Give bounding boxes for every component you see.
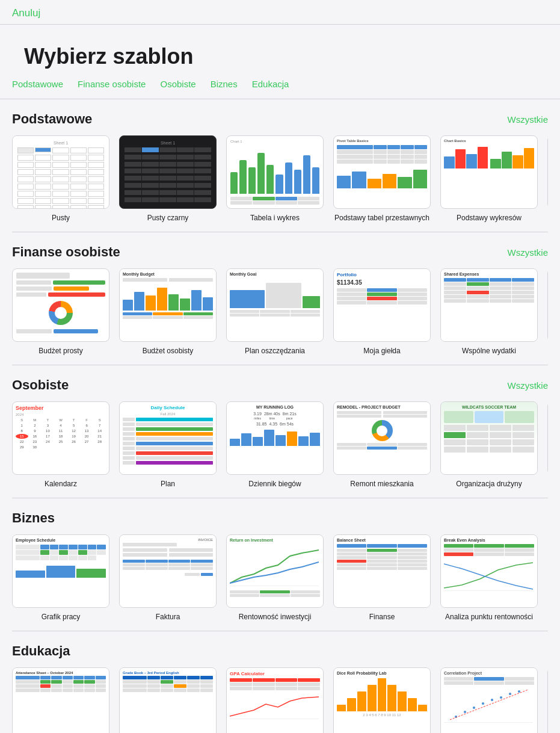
template-dice[interactable]: Dice Roll Probability Lab 2 3 4 5 6 7 8 … — [333, 667, 431, 733]
cal-d-28: 28 — [93, 439, 106, 444]
budget-fill-3 — [48, 292, 105, 297]
running-preview: MY RUNNING LOG 3.19miles 28m 40stime 8m … — [227, 402, 323, 474]
eg-19 — [50, 555, 59, 560]
cb-bars2 — [490, 144, 534, 169]
template-pusty[interactable]: Sheet 1 Pusty — [12, 135, 109, 222]
template-budzet-osobisty[interactable]: Monthly Budget — [119, 268, 217, 355]
corr-grid — [444, 677, 534, 685]
all-link-finanse[interactable]: Wszystkie — [508, 247, 549, 258]
cal-d-15-today: 15 — [16, 434, 28, 439]
template-plan[interactable]: Daily Schedule Fall 2024 — [119, 401, 217, 488]
template-label-pusty-czarny: Pusty czarny — [147, 214, 189, 222]
gb-title: Grade Book – 3rd Period English — [123, 671, 213, 675]
eg-17 — [16, 555, 40, 560]
portfolio-title: Portfolio — [337, 272, 427, 277]
gielda-grid — [337, 288, 427, 305]
template-gpa[interactable]: GPA Calculator — [226, 667, 324, 733]
plan-oszczedzania-preview: Monthly Goal — [227, 269, 323, 341]
template-dziennik-biegow[interactable]: MY RUNNING LOG 3.19miles 28m 40stime 8m … — [226, 401, 324, 488]
budget-fill-4 — [54, 329, 98, 333]
gpa-chart — [230, 692, 319, 719]
template-wartosc-netto[interactable]: Net Worth Overview — [547, 268, 548, 355]
template-thumb-korelacja: Correlation Project — [440, 667, 538, 733]
nav-item-edukacja[interactable]: Edukacja — [252, 79, 289, 89]
template-label-remont: Remont mieszkania — [350, 480, 413, 488]
all-link-podstawowe[interactable]: Wszystkie — [508, 114, 549, 125]
emp-bars — [16, 563, 106, 578]
template-frekwencja[interactable]: Attendance Sheet – October 2024 — [12, 667, 109, 733]
finanse-preview: Balance Sheet — [334, 535, 430, 607]
template-faktura[interactable]: INVOICE — [119, 534, 217, 621]
cal-d-7: 7 — [93, 423, 106, 428]
roi-grid — [230, 590, 320, 597]
eg-21 — [69, 555, 78, 560]
cal-d-5: 5 — [67, 423, 80, 428]
inv-grid — [123, 560, 213, 570]
template-moja-gielda[interactable]: Portfolio $1134.35 — [333, 268, 431, 355]
sched-task-4 — [136, 432, 213, 436]
template-gradebook[interactable]: Grade Book – 3rd Period English — [119, 667, 217, 733]
template-thumb-dice: Dice Roll Probability Lab 2 3 4 5 6 7 8 … — [333, 667, 431, 733]
cal-d-27: 27 — [81, 439, 93, 444]
run-stat-5: 4.35 — [269, 422, 277, 426]
chart-basic-grid — [444, 144, 534, 205]
cal-d-9: 9 — [29, 428, 42, 433]
template-label-wydatki: Wspólne wydatki — [462, 347, 516, 355]
nav-item-finanse[interactable]: Finanse osobiste — [78, 79, 146, 89]
budzet-osobisty-preview: Monthly Budget — [120, 269, 216, 341]
chart-preview: Chart 1 — [227, 136, 323, 208]
sched-row-1 — [123, 418, 213, 421]
run-stat-6: 6m 54s — [280, 422, 294, 426]
cal-d-1: 1 — [16, 423, 28, 428]
be-grid — [444, 544, 534, 556]
emp-bar-2 — [46, 566, 76, 578]
sc-11 — [490, 439, 511, 445]
roi-chart-svg — [230, 544, 319, 586]
template-bep[interactable]: Break Even Analysis — [440, 534, 538, 621]
pivot-bars — [337, 167, 427, 188]
sched-time-3 — [123, 427, 135, 431]
run-stat-1: 3.19miles — [253, 412, 262, 420]
template-chart-basic[interactable]: Chart Basics — [440, 135, 538, 222]
cal-d-23: 23 — [29, 439, 42, 444]
cal-grid: S M T W T F S 1 2 3 4 5 6 7 8 — [16, 418, 106, 450]
template-thumb-schoolyear: 2024-2025 School Year — [547, 667, 548, 733]
template-korelacja[interactable]: Correlation Project — [440, 667, 538, 733]
template-roi[interactable]: Return on Investment — [226, 534, 324, 621]
sched-task-8 — [136, 451, 213, 455]
budget-label-4 — [16, 329, 52, 333]
template-budzet-prosty[interactable]: Budżet prosty — [12, 268, 109, 355]
nav-item-podstawowe[interactable]: Podstawowe — [12, 79, 63, 89]
attendance-preview: Attendance Sheet – October 2024 — [13, 668, 109, 733]
cal-d-25: 25 — [55, 439, 67, 444]
template-soccer[interactable]: WILDCATS SOCCER TEAM — [440, 401, 538, 488]
nav-item-biznes[interactable]: Biznes — [211, 79, 238, 89]
template-tabela-wykres[interactable]: Chart 1 — [226, 135, 324, 222]
template-remont[interactable]: REMODEL - PROJECT BUDGET — [333, 401, 431, 488]
all-link-osobiste[interactable]: Wszystkie — [508, 380, 549, 391]
template-pusty-czarny[interactable]: Sheet 1 Pusty czarny — [119, 135, 217, 222]
section-header-osobiste: Osobiste Wszystkie — [12, 377, 548, 393]
run-bar-3 — [253, 437, 263, 446]
template-grafik[interactable]: Employee Schedule — [12, 534, 109, 621]
nav-item-osobiste[interactable]: Osobiste — [160, 79, 195, 89]
budget-label-2 — [16, 286, 52, 291]
template-label-plan: Plan — [161, 480, 175, 488]
gradebook-preview: Grade Book – 3rd Period English — [120, 668, 216, 733]
template-pivot[interactable]: Pivot Table Basics — [333, 135, 431, 222]
template-plan-oszczedzania[interactable]: Monthly Goal Plan — [226, 268, 324, 355]
template-schoolyear[interactable]: 2024-2025 School Year — [547, 667, 548, 733]
template-wspolne-wydatki[interactable]: Shared Expenses — [440, 268, 538, 355]
svg-point-9 — [509, 693, 511, 695]
svg-point-7 — [491, 699, 493, 701]
sched-task-7 — [136, 447, 213, 450]
remont-grid — [337, 443, 427, 450]
sched-task-5 — [136, 437, 213, 441]
soccer-grid — [444, 425, 534, 453]
template-baby[interactable]: Baby's First Year — [547, 401, 548, 488]
template-finanse-biz[interactable]: Balance Sheet — [333, 534, 431, 621]
cancel-button[interactable]: Anuluj — [12, 7, 40, 19]
svg-line-11 — [450, 690, 528, 720]
template-kalendarz[interactable]: September 2024 S M T W T F S 1 2 3 4 — [12, 401, 109, 488]
svg-point-8 — [500, 696, 502, 699]
